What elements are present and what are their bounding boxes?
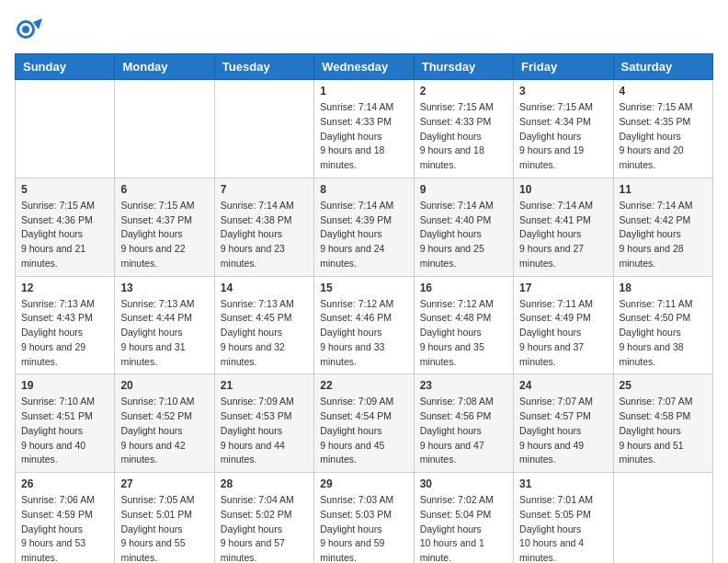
day-info: Sunrise: 7:07 AMSunset: 4:58 PMDaylight …: [620, 395, 707, 467]
calendar-cell: 11Sunrise: 7:14 AMSunset: 4:42 PMDayligh…: [613, 178, 712, 276]
calendar-cell: 5Sunrise: 7:15 AMSunset: 4:36 PMDaylight…: [16, 178, 115, 276]
day-info: Sunrise: 7:04 AMSunset: 5:02 PMDaylight …: [221, 493, 308, 563]
day-info: Sunrise: 7:02 AMSunset: 5:04 PMDaylight …: [420, 493, 507, 563]
day-number: 11: [620, 183, 707, 196]
calendar-cell: 22Sunrise: 7:09 AMSunset: 4:54 PMDayligh…: [314, 374, 414, 473]
day-info: Sunrise: 7:11 AMSunset: 4:49 PMDaylight …: [519, 297, 607, 370]
day-info: Sunrise: 7:14 AMSunset: 4:39 PMDaylight …: [320, 199, 407, 271]
calendar-cell: 1Sunrise: 7:14 AMSunset: 4:33 PMDaylight…: [314, 80, 414, 178]
day-info: Sunrise: 7:13 AMSunset: 4:44 PMDaylight …: [120, 297, 208, 370]
calendar-cell: 2Sunrise: 7:15 AMSunset: 4:33 PMDaylight…: [414, 80, 513, 178]
column-header-tuesday: Tuesday: [214, 54, 313, 80]
calendar-header-row: SundayMondayTuesdayWednesdayThursdayFrid…: [16, 54, 713, 80]
calendar-cell: 18Sunrise: 7:11 AMSunset: 4:50 PMDayligh…: [613, 276, 712, 374]
calendar-cell: 3Sunrise: 7:15 AMSunset: 4:34 PMDaylight…: [514, 80, 613, 178]
day-number: 16: [420, 282, 507, 294]
day-info: Sunrise: 7:13 AMSunset: 4:43 PMDaylight …: [21, 297, 108, 370]
day-number: 31: [519, 477, 607, 490]
day-number: 20: [120, 379, 208, 392]
day-number: 12: [21, 282, 108, 294]
calendar-week-row: 12Sunrise: 7:13 AMSunset: 4:43 PMDayligh…: [16, 276, 713, 374]
day-number: 27: [120, 477, 208, 490]
calendar-cell: 15Sunrise: 7:12 AMSunset: 4:46 PMDayligh…: [314, 276, 414, 374]
day-number: 23: [420, 379, 507, 392]
day-info: Sunrise: 7:07 AMSunset: 4:57 PMDaylight …: [519, 395, 607, 467]
day-info: Sunrise: 7:06 AMSunset: 4:59 PMDaylight …: [21, 493, 108, 563]
calendar-week-row: 1Sunrise: 7:14 AMSunset: 4:33 PMDaylight…: [16, 80, 713, 178]
day-info: Sunrise: 7:12 AMSunset: 4:46 PMDaylight …: [320, 297, 407, 370]
calendar-week-row: 5Sunrise: 7:15 AMSunset: 4:36 PMDaylight…: [16, 178, 713, 276]
day-info: Sunrise: 7:15 AMSunset: 4:35 PMDaylight …: [620, 100, 707, 173]
day-number: 2: [420, 85, 507, 98]
calendar-cell: 30Sunrise: 7:02 AMSunset: 5:04 PMDayligh…: [414, 473, 513, 564]
calendar-cell: 17Sunrise: 7:11 AMSunset: 4:49 PMDayligh…: [514, 276, 613, 374]
day-info: Sunrise: 7:13 AMSunset: 4:45 PMDaylight …: [221, 297, 308, 370]
day-number: 25: [620, 379, 707, 392]
day-number: 13: [120, 282, 208, 294]
calendar-cell: 16Sunrise: 7:12 AMSunset: 4:48 PMDayligh…: [414, 276, 513, 374]
day-number: 21: [221, 379, 308, 392]
day-number: 3: [519, 85, 607, 98]
day-info: Sunrise: 7:08 AMSunset: 4:56 PMDaylight …: [420, 395, 507, 467]
calendar-cell: 24Sunrise: 7:07 AMSunset: 4:57 PMDayligh…: [514, 374, 613, 473]
day-info: Sunrise: 7:10 AMSunset: 4:51 PMDaylight …: [21, 395, 108, 467]
calendar-cell: 29Sunrise: 7:03 AMSunset: 5:03 PMDayligh…: [314, 473, 414, 564]
day-number: 18: [620, 282, 707, 294]
day-number: 19: [21, 379, 108, 392]
column-header-thursday: Thursday: [414, 54, 513, 80]
calendar-cell: 6Sunrise: 7:15 AMSunset: 4:37 PMDaylight…: [115, 178, 214, 276]
day-info: Sunrise: 7:09 AMSunset: 4:53 PMDaylight …: [221, 395, 308, 467]
day-number: 24: [519, 379, 607, 392]
logo: [15, 15, 48, 44]
day-info: Sunrise: 7:05 AMSunset: 5:01 PMDaylight …: [120, 493, 208, 563]
calendar-cell: 4Sunrise: 7:15 AMSunset: 4:35 PMDaylight…: [613, 80, 712, 178]
day-info: Sunrise: 7:11 AMSunset: 4:50 PMDaylight …: [620, 297, 707, 370]
day-info: Sunrise: 7:10 AMSunset: 4:52 PMDaylight …: [120, 395, 208, 467]
day-info: Sunrise: 7:15 AMSunset: 4:33 PMDaylight …: [420, 100, 507, 173]
calendar-cell: [115, 80, 214, 178]
day-number: 4: [620, 85, 707, 98]
calendar-cell: 19Sunrise: 7:10 AMSunset: 4:51 PMDayligh…: [16, 374, 115, 473]
column-header-monday: Monday: [115, 54, 214, 80]
day-number: 6: [120, 183, 208, 196]
calendar-cell: 25Sunrise: 7:07 AMSunset: 4:58 PMDayligh…: [613, 374, 712, 473]
calendar-week-row: 26Sunrise: 7:06 AMSunset: 4:59 PMDayligh…: [16, 473, 713, 564]
calendar-cell: 10Sunrise: 7:14 AMSunset: 4:41 PMDayligh…: [514, 178, 613, 276]
day-number: 7: [221, 183, 308, 196]
calendar-cell: 13Sunrise: 7:13 AMSunset: 4:44 PMDayligh…: [115, 276, 214, 374]
day-info: Sunrise: 7:15 AMSunset: 4:34 PMDaylight …: [519, 100, 607, 173]
calendar-cell: 20Sunrise: 7:10 AMSunset: 4:52 PMDayligh…: [115, 374, 214, 473]
calendar-cell: 8Sunrise: 7:14 AMSunset: 4:39 PMDaylight…: [314, 178, 414, 276]
svg-point-2: [22, 26, 29, 33]
day-number: 28: [221, 477, 308, 490]
day-info: Sunrise: 7:14 AMSunset: 4:41 PMDaylight …: [519, 199, 607, 271]
calendar-cell: 28Sunrise: 7:04 AMSunset: 5:02 PMDayligh…: [214, 473, 313, 564]
day-info: Sunrise: 7:01 AMSunset: 5:05 PMDaylight …: [519, 493, 607, 563]
calendar-cell: 27Sunrise: 7:05 AMSunset: 5:01 PMDayligh…: [115, 473, 214, 564]
column-header-friday: Friday: [514, 54, 613, 80]
day-info: Sunrise: 7:15 AMSunset: 4:36 PMDaylight …: [21, 199, 108, 271]
calendar-cell: [214, 80, 313, 178]
day-number: 10: [519, 183, 607, 196]
column-header-saturday: Saturday: [613, 54, 712, 80]
day-number: 17: [519, 282, 607, 294]
day-number: 29: [320, 477, 407, 490]
calendar-cell: [613, 473, 712, 564]
day-number: 30: [420, 477, 507, 490]
day-info: Sunrise: 7:14 AMSunset: 4:38 PMDaylight …: [221, 199, 308, 271]
calendar-cell: [16, 80, 115, 178]
day-number: 9: [420, 183, 507, 196]
calendar-cell: 26Sunrise: 7:06 AMSunset: 4:59 PMDayligh…: [16, 473, 115, 564]
day-number: 1: [320, 85, 407, 98]
day-number: 15: [320, 282, 407, 294]
day-number: 22: [320, 379, 407, 392]
day-number: 5: [21, 183, 108, 196]
day-info: Sunrise: 7:09 AMSunset: 4:54 PMDaylight …: [320, 395, 407, 467]
calendar-cell: 14Sunrise: 7:13 AMSunset: 4:45 PMDayligh…: [214, 276, 313, 374]
day-info: Sunrise: 7:14 AMSunset: 4:42 PMDaylight …: [620, 199, 707, 271]
day-info: Sunrise: 7:03 AMSunset: 5:03 PMDaylight …: [320, 493, 407, 563]
calendar-table: SundayMondayTuesdayWednesdayThursdayFrid…: [15, 53, 713, 563]
day-number: 26: [21, 477, 108, 490]
page-header: [15, 15, 713, 44]
day-number: 14: [221, 282, 308, 294]
